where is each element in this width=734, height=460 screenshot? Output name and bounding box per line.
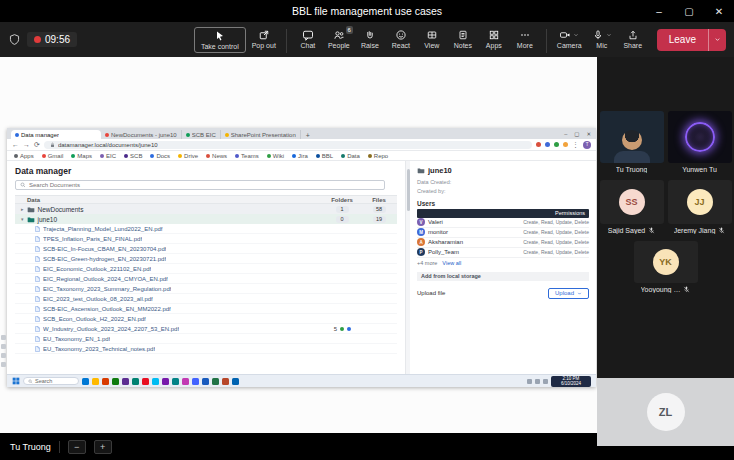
browser-menu-icon[interactable]: ⋮ bbox=[572, 141, 579, 149]
file-row[interactable]: EIC_2023_test_Outlook_08_2023_all.pdf bbox=[15, 294, 397, 304]
camera-button[interactable]: Camera bbox=[554, 27, 585, 51]
browser-tab[interactable]: Data manager bbox=[11, 130, 101, 139]
bookmark-item[interactable]: Repo bbox=[368, 153, 388, 159]
file-row[interactable]: SCB-EIC_Ascension_Outlook_EN_MM2022.pdf bbox=[15, 304, 397, 314]
participant-tile-overflow[interactable]: ZL bbox=[597, 378, 734, 446]
participant-tile[interactable]: Yunwen Tu bbox=[668, 111, 732, 173]
file-row[interactable]: EU_Taxonomy_EN_1.pdf bbox=[15, 334, 397, 344]
shortcut-icon[interactable] bbox=[1, 344, 6, 349]
tray-icon[interactable] bbox=[535, 379, 540, 384]
taskbar-app-icon[interactable] bbox=[152, 378, 159, 385]
taskbar-app-icon[interactable] bbox=[142, 378, 149, 385]
upload-button[interactable]: Upload bbox=[548, 288, 589, 299]
taskbar-app-icon[interactable] bbox=[112, 378, 119, 385]
search-input[interactable] bbox=[29, 182, 380, 188]
file-row[interactable]: EIC_Economic_Outlook_221102_EN.pdf bbox=[15, 264, 397, 274]
taskbar-app-icon[interactable] bbox=[182, 378, 189, 385]
address-bar[interactable]: datamanager.local/documents/june10 bbox=[44, 141, 532, 149]
shortcut-icon[interactable] bbox=[1, 362, 6, 367]
maximize-button[interactable]: ▢ bbox=[574, 131, 579, 137]
maximize-button[interactable]: ▢ bbox=[674, 0, 704, 22]
bookmark-item[interactable]: Apps bbox=[14, 153, 34, 159]
share-button[interactable]: Share bbox=[619, 27, 647, 51]
search-box[interactable] bbox=[15, 180, 385, 190]
taskbar-app-icon[interactable] bbox=[172, 378, 179, 385]
file-row[interactable]: EIC_Taxonomy_2023_Summary_Regulation.pdf bbox=[15, 284, 397, 294]
taskbar-app-icon[interactable] bbox=[212, 378, 219, 385]
chat-button[interactable]: Chat bbox=[294, 27, 322, 51]
taskbar-app-icon[interactable] bbox=[222, 378, 229, 385]
leave-button[interactable]: Leave bbox=[657, 29, 726, 51]
refresh-button[interactable]: ⟳ bbox=[34, 141, 40, 149]
folder-row[interactable]: ▸ NewDocuments 1 58 bbox=[15, 204, 397, 214]
new-tab-button[interactable]: + bbox=[301, 132, 315, 139]
raise-hand-button[interactable]: Raise bbox=[356, 27, 384, 51]
user-row[interactable]: V Valeri Create, Read, Update, Delete bbox=[417, 218, 589, 228]
file-row[interactable]: SCB-EIC_In-Focus_CBAM_EN_20230704.pdf bbox=[15, 244, 397, 254]
taskbar-app-icon[interactable] bbox=[162, 378, 169, 385]
apps-button[interactable]: Apps bbox=[480, 27, 508, 51]
user-row[interactable]: P Polly_Team Create, Read, Update, Delet… bbox=[417, 248, 589, 258]
participant-tile[interactable]: YK Yooyoung … bbox=[634, 241, 698, 293]
clock[interactable]: 2:10 PM 6/10/2024 bbox=[551, 376, 591, 387]
bookmark-item[interactable]: EIC bbox=[100, 153, 116, 159]
tray-icon[interactable] bbox=[527, 379, 532, 384]
close-button[interactable]: ✕ bbox=[586, 131, 591, 137]
file-row[interactable]: EIC_Regional_Outlook_2024_CMYOA_EN.pdf bbox=[15, 274, 397, 284]
bookmark-item[interactable]: Docs bbox=[150, 153, 170, 159]
extension-icon[interactable] bbox=[563, 142, 568, 147]
browser-tab[interactable]: SharePoint Presentation bbox=[221, 130, 301, 139]
people-button[interactable]: 6 People bbox=[325, 27, 353, 51]
bookmark-item[interactable]: Wiki bbox=[267, 153, 284, 159]
participant-tile[interactable]: JJ Jeremy Jiang bbox=[668, 180, 732, 234]
take-control-button[interactable]: Take control bbox=[194, 27, 246, 53]
zoom-out-button[interactable]: − bbox=[68, 440, 86, 454]
chevron-down-icon[interactable] bbox=[606, 32, 612, 38]
extension-icon[interactable] bbox=[536, 142, 541, 147]
forward-button[interactable]: → bbox=[23, 141, 30, 148]
file-row[interactable]: EU_Taxonomy_2023_Technical_notes.pdf bbox=[15, 344, 397, 354]
chevron-down-icon[interactable] bbox=[573, 32, 579, 38]
taskbar-search[interactable]: Search bbox=[23, 377, 79, 385]
user-row[interactable]: A Aksharamian Create, Read, Update, Dele… bbox=[417, 238, 589, 248]
file-row[interactable]: Trajecta_Planning_Model_Lund2022_EN.pdf bbox=[15, 224, 397, 234]
close-button[interactable]: ✕ bbox=[704, 0, 734, 22]
expander-chevron-icon[interactable]: ▸ bbox=[21, 206, 24, 212]
shortcut-icon[interactable] bbox=[1, 353, 6, 358]
bookmark-item[interactable]: Maps bbox=[71, 153, 92, 159]
minimize-button[interactable]: – bbox=[644, 0, 674, 22]
file-row[interactable]: SCB-EIC_Green-hydrogen_EN_20230721.pdf bbox=[15, 254, 397, 264]
taskbar-app-icon[interactable] bbox=[132, 378, 139, 385]
browser-tab[interactable]: NewDocuments - june10 bbox=[101, 130, 182, 139]
bookmark-item[interactable]: Data bbox=[341, 153, 360, 159]
taskbar-app-icon[interactable] bbox=[232, 378, 239, 385]
bookmark-item[interactable]: Teams bbox=[235, 153, 259, 159]
minimize-button[interactable]: – bbox=[564, 131, 567, 137]
file-row[interactable]: W_Industry_Outlook_2023_2024_2207_53_EN.… bbox=[15, 324, 397, 334]
bookmark-item[interactable]: SCB bbox=[124, 153, 142, 159]
taskbar-app-icon[interactable] bbox=[192, 378, 199, 385]
expander-chevron-icon[interactable]: ▾ bbox=[21, 216, 24, 222]
view-button[interactable]: View bbox=[418, 27, 446, 51]
taskbar-app-icon[interactable] bbox=[102, 378, 109, 385]
extension-icon[interactable] bbox=[545, 142, 550, 147]
extension-icon[interactable] bbox=[554, 142, 559, 147]
bookmark-item[interactable]: Gmail bbox=[42, 153, 64, 159]
bookmark-item[interactable]: BBL bbox=[316, 153, 333, 159]
mic-button[interactable]: Mic bbox=[588, 27, 616, 51]
taskbar-app-icon[interactable] bbox=[92, 378, 99, 385]
back-button[interactable]: ← bbox=[12, 141, 19, 148]
shortcut-icon[interactable] bbox=[1, 335, 6, 340]
taskbar-app-icon[interactable] bbox=[202, 378, 209, 385]
react-button[interactable]: React bbox=[387, 27, 415, 51]
windows-start-icon[interactable] bbox=[12, 377, 20, 385]
taskbar-app-icon[interactable] bbox=[82, 378, 89, 385]
notes-button[interactable]: Notes bbox=[449, 27, 477, 51]
file-row[interactable]: SCB_Econ_Outlook_H2_2022_EN.pdf bbox=[15, 314, 397, 324]
bookmark-item[interactable]: Jira bbox=[292, 153, 308, 159]
zoom-in-button[interactable]: + bbox=[94, 440, 112, 454]
user-row[interactable]: M monitor Create, Read, Update, Delete bbox=[417, 228, 589, 238]
browser-tab[interactable]: SCB EIC bbox=[182, 130, 221, 139]
folder-row-selected[interactable]: ▾ june10 0 19 bbox=[15, 214, 397, 224]
participant-tile[interactable]: SS Sajid Sayed bbox=[600, 180, 664, 234]
